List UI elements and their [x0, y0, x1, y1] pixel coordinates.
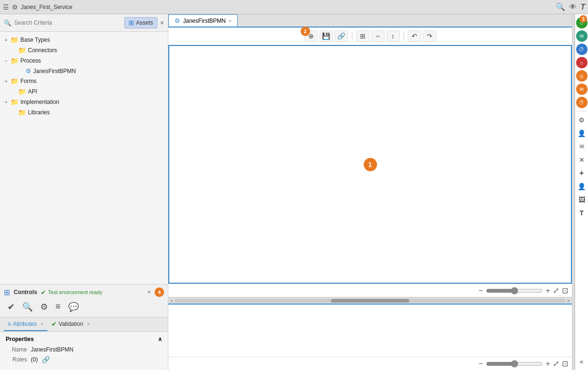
zoom-plus-button[interactable]: +: [546, 287, 550, 295]
tree-item-implementation[interactable]: + 📁 Implementation: [0, 97, 168, 107]
tab-validation-close[interactable]: ×: [87, 322, 90, 327]
tree-item-api[interactable]: 📁 API: [0, 86, 168, 97]
prop-name-label: Name: [6, 346, 27, 353]
tree-item-base-types[interactable]: + 📁 Base Types: [0, 35, 168, 45]
font-icon[interactable]: T: [580, 3, 585, 11]
controls-title: Controls: [14, 289, 37, 296]
toolbar-btn-undo[interactable]: ↶: [408, 30, 421, 42]
toolbar-btn-save[interactable]: 💾: [320, 30, 333, 42]
folder-icon: 📁: [10, 77, 18, 85]
h-scroll-track: [175, 299, 566, 303]
tab-close-button[interactable]: ×: [229, 18, 231, 24]
search-icon: 🔍: [4, 19, 11, 27]
toolbar-btn-width[interactable]: ↔: [371, 30, 385, 42]
ctrl-layers-icon[interactable]: ⚙: [40, 302, 48, 312]
properties-header: Properties ∧: [6, 336, 162, 342]
tree-item-libraries[interactable]: 📁 Libraries: [0, 107, 168, 118]
controls-icon: ⊞: [4, 288, 10, 297]
zoom-fit-button[interactable]: ⊡: [562, 286, 568, 295]
tab-janesfirstbpmn[interactable]: ⚙ JanesFirstBPMN ×: [168, 14, 238, 27]
tree-label-base-types: Base Types: [20, 37, 50, 43]
controls-panel: ⊞ Controls ✔ Test environment ready × 4 …: [0, 284, 168, 317]
bottom-zoom-fit[interactable]: ⊡: [562, 359, 568, 368]
controls-icons: ✔ 🔍 ⚙ ≡ 💬: [4, 300, 164, 314]
folder-icon: 📁: [10, 36, 18, 44]
bottom-zoom-plus[interactable]: +: [546, 360, 550, 368]
tree-label-connectors: Connectors: [28, 47, 57, 54]
photo-icon[interactable]: 👤: [576, 181, 588, 192]
bottom-zoom-slider[interactable]: [486, 360, 543, 368]
toolbar-btn-redo[interactable]: ↷: [423, 30, 436, 42]
tree-item-process[interactable]: − 📁 Process: [0, 56, 168, 66]
main-layout: 🔍 ⊞ Assets × + 📁 Base Types 📁 Connectors: [0, 14, 588, 370]
ctrl-search-icon[interactable]: 🔍: [22, 302, 33, 312]
settings-icon[interactable]: ⚙: [12, 3, 18, 11]
tree-panel: + 📁 Base Types 📁 Connectors − 📁 Process …: [0, 32, 168, 284]
toolbar-btn-link[interactable]: 🔗: [335, 30, 348, 42]
end-event-icon[interactable]: ○: [576, 57, 588, 68]
controls-badge: 4: [155, 287, 164, 297]
ctrl-list-icon[interactable]: ≡: [55, 302, 61, 312]
top-bar: ☰ ⚙ Janes_First_Service 🔍 👁 T: [0, 0, 588, 14]
properties-collapse-icon[interactable]: ∧: [158, 336, 162, 342]
canvas[interactable]: 1: [168, 45, 572, 284]
toolbar-btn-grid[interactable]: ⊞: [356, 30, 369, 42]
send-task-icon[interactable]: ✉: [576, 141, 588, 152]
toolbar-badge: 2: [301, 27, 310, 36]
bottom-canvas[interactable]: [168, 305, 572, 357]
tree-item-forms[interactable]: + 📁 Forms: [0, 76, 168, 86]
search-close-button[interactable]: ×: [160, 19, 164, 27]
search-icon[interactable]: 🔍: [556, 2, 565, 11]
toolbar-btn-height[interactable]: ↕: [386, 30, 400, 42]
h-scroll-left-arrow[interactable]: ◂: [170, 298, 173, 303]
user-task-icon[interactable]: 👤: [576, 128, 588, 139]
ctrl-check-icon[interactable]: ✔: [8, 302, 15, 312]
search-input[interactable]: [14, 19, 121, 26]
bottom-zoom-bar: − + ⤢ ⊡: [168, 357, 572, 370]
assets-label: Assets: [136, 19, 153, 26]
message-event-icon[interactable]: ✉: [576, 30, 588, 42]
toolbar-badge-wrap: 2 ⊕: [304, 30, 318, 42]
timer-event-icon[interactable]: ⏱: [576, 44, 588, 55]
zoom-minus-button[interactable]: −: [478, 287, 483, 295]
tree-label-libraries: Libraries: [28, 109, 50, 116]
tree-item-janesfirstbpmn[interactable]: ⚙ JanesFirstBPMN: [0, 66, 168, 76]
bottom-zoom-expand[interactable]: ⤢: [553, 359, 559, 368]
tree-item-connectors[interactable]: 📁 Connectors: [0, 45, 168, 56]
assets-button[interactable]: ⊞ Assets: [124, 17, 157, 28]
text-icon[interactable]: T: [576, 207, 588, 219]
tab-attributes-label: Attributes: [13, 321, 37, 327]
expand-icon: +: [4, 100, 9, 105]
ctrl-chat-icon[interactable]: 💬: [68, 302, 79, 312]
h-scroll[interactable]: ◂ ▸: [168, 297, 572, 304]
zoom-expand-button[interactable]: ⤢: [553, 286, 559, 295]
zoom-slider[interactable]: [486, 287, 543, 295]
bottom-zoom-minus[interactable]: −: [478, 360, 483, 368]
folder-icon: 📁: [18, 109, 26, 116]
gear-icon[interactable]: ⚙: [576, 114, 588, 126]
tab-attributes[interactable]: ≡ Attributes ×: [4, 318, 47, 331]
controls-header: ⊞ Controls ✔ Test environment ready × 4: [4, 287, 164, 297]
tab-attributes-close[interactable]: ×: [41, 322, 44, 327]
expand-icon: +: [4, 37, 9, 43]
timer-catch-icon[interactable]: ⏱: [576, 97, 588, 108]
prop-roles-link-icon[interactable]: 🔗: [42, 356, 50, 363]
prop-roles-label: Roles: [6, 356, 27, 363]
tree-label-process: Process: [20, 57, 41, 64]
menu-icon[interactable]: ☰: [3, 3, 9, 11]
tab-validation[interactable]: ✔ Validation ×: [47, 317, 94, 332]
cancel-icon[interactable]: ✕: [576, 154, 588, 166]
prop-roles-row: Roles (0) 🔗: [6, 356, 162, 363]
right-separator: [577, 111, 587, 111]
message-catch-icon[interactable]: ✉: [576, 83, 588, 95]
tree-label-janesfirstbpmn: JanesFirstBPMN: [33, 68, 76, 74]
error-event-icon[interactable]: ◎: [576, 70, 588, 82]
image-icon[interactable]: 🖼: [576, 194, 588, 205]
eye-icon[interactable]: 👁: [569, 3, 577, 11]
attr-tabs: ≡ Attributes × ✔ Validation ×: [0, 317, 168, 332]
controls-close-button[interactable]: ×: [147, 289, 151, 296]
add-lane-icon[interactable]: +: [576, 167, 588, 179]
right-collapse-icon[interactable]: «: [576, 356, 588, 367]
sidebar: 🔍 ⊞ Assets × + 📁 Base Types 📁 Connectors: [0, 14, 168, 370]
h-scroll-right-arrow[interactable]: ▸: [568, 298, 570, 303]
